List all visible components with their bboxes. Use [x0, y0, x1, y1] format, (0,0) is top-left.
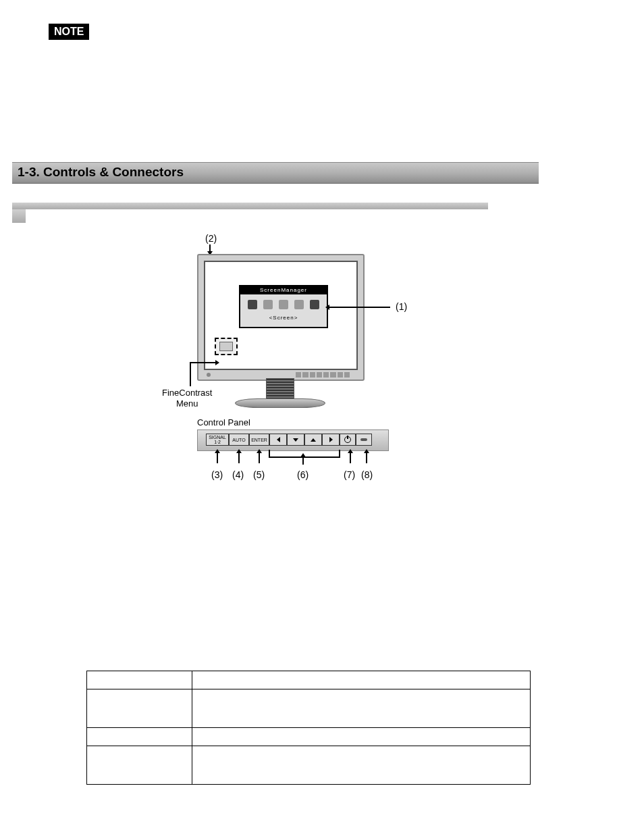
monitor-stand-base	[235, 398, 325, 408]
finecontrast-window	[215, 338, 238, 355]
triangle-down-icon	[293, 438, 298, 442]
callout-1-label: (1)	[396, 301, 407, 312]
finecontrast-leader-h	[190, 362, 215, 363]
led-icon	[360, 438, 367, 441]
table-row	[87, 689, 531, 728]
triangle-up-icon	[311, 438, 316, 442]
table-row	[87, 671, 531, 689]
callout-1-line	[329, 307, 390, 308]
osd-icon	[263, 300, 273, 309]
osd-subtitle: <Screen>	[240, 315, 327, 321]
up-arrow-button	[304, 434, 322, 446]
signal-button-top: SIGNAL	[209, 435, 226, 440]
control-panel-label: Control Panel	[197, 417, 250, 427]
callout-8-label: (8)	[361, 469, 373, 480]
monitor-logo-icon	[207, 373, 211, 377]
monitor-illustration: ScreenManager <Screen>	[197, 254, 365, 381]
subheading-square	[12, 209, 26, 223]
monitor-stand-neck	[266, 378, 294, 400]
down-arrow-button	[287, 434, 304, 446]
triangle-right-icon	[329, 437, 333, 442]
enter-button: ENTER	[249, 434, 269, 446]
callout-4-label: (4)	[232, 469, 244, 480]
osd-icon-row	[240, 294, 327, 315]
control-panel-buttons: SIGNAL 1·2 AUTO ENTER	[206, 434, 372, 446]
indicator-table	[86, 671, 531, 785]
osd-window: ScreenManager <Screen>	[239, 285, 328, 328]
monitor-vents	[296, 372, 350, 377]
table-row	[87, 728, 531, 746]
callout-bracket-6-stem	[302, 457, 304, 465]
osd-title: ScreenManager	[240, 286, 327, 294]
callout-2-arrow	[209, 244, 211, 251]
auto-button: AUTO	[229, 434, 249, 446]
callout-7-label: (7)	[344, 469, 355, 480]
table-row	[87, 746, 531, 785]
callout-arrow-4	[238, 452, 240, 463]
callout-arrow-3	[217, 452, 218, 463]
osd-icon	[294, 300, 304, 309]
section-heading: 1-3. Controls & Connectors	[18, 165, 184, 180]
callout-6-label: (6)	[297, 469, 308, 480]
osd-icon	[248, 300, 257, 309]
callout-arrow-7	[350, 452, 351, 463]
signal-button: SIGNAL 1·2	[206, 434, 229, 446]
osd-icon	[279, 300, 288, 309]
finecontrast-inner	[219, 342, 233, 351]
led-indicator	[356, 434, 372, 446]
callout-arrow-8	[366, 452, 367, 463]
right-arrow-button	[322, 434, 340, 446]
power-icon	[344, 436, 351, 443]
osd-icon	[310, 300, 319, 309]
finecontrast-leader-v	[190, 362, 191, 386]
signal-button-bottom: 1·2	[214, 440, 221, 444]
callout-2-label: (2)	[205, 233, 217, 244]
note-badge: NOTE	[49, 24, 89, 40]
callout-3-label: (3)	[211, 469, 223, 480]
monitor-screen: ScreenManager <Screen>	[204, 261, 358, 370]
callout-5-label: (5)	[253, 469, 265, 480]
left-arrow-button	[269, 434, 287, 446]
triangle-left-icon	[277, 437, 280, 442]
finecontrast-label: FineContrastMenu	[162, 388, 212, 409]
callout-arrow-5	[259, 452, 260, 463]
page-root: NOTE 1-3. Controls & Connectors (2) Scre…	[0, 0, 644, 834]
power-button	[340, 434, 356, 446]
subheading-bar	[12, 203, 488, 209]
